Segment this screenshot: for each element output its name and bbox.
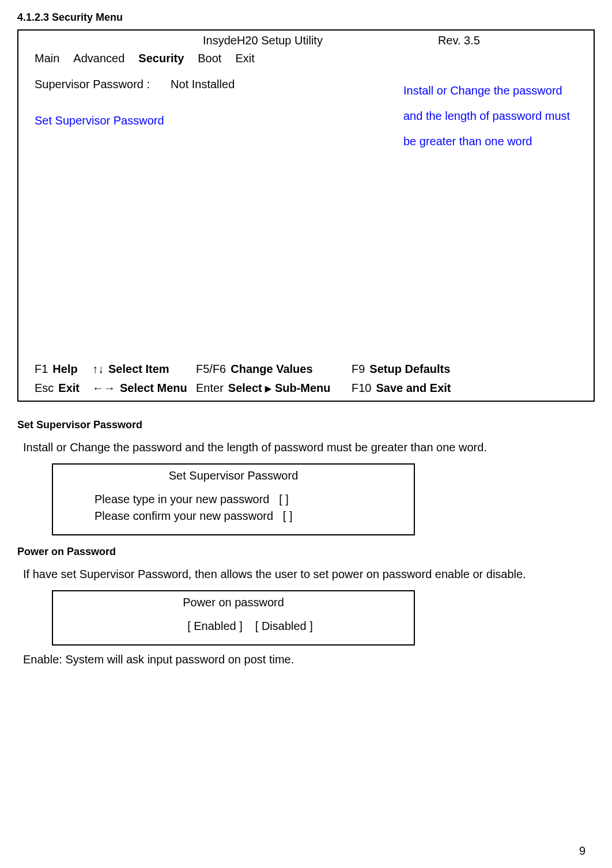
footer-save-and-exit: F10 Save and Exit	[352, 382, 484, 395]
confirm-password-input[interactable]: [ ]	[283, 510, 308, 523]
dialog-title: Power on password	[61, 596, 406, 609]
confirm-password-label: Please confirm your new password	[95, 510, 273, 522]
bios-revision: Rev. 3.5	[438, 34, 480, 47]
text-set-supervisor-description: Install or Change the password and the l…	[23, 439, 595, 455]
footer-setup-defaults: F9 Setup Defaults	[352, 363, 484, 376]
text-power-on-description: If have set Supervisor Password, then al…	[23, 566, 595, 582]
footer-change-values: F5/F6 Change Values	[196, 363, 352, 376]
tab-main[interactable]: Main	[35, 52, 59, 65]
tab-boot[interactable]: Boot	[198, 52, 221, 65]
new-password-row: Please type in your new password [ ]	[61, 493, 406, 506]
bios-title: InsydeH20 Setup Utility	[203, 34, 323, 47]
bios-help-text: Install or Change the password and the l…	[403, 78, 582, 351]
set-supervisor-password-item[interactable]: Set Supervisor Password	[35, 114, 403, 127]
dialog-power-on-password: Power on password [ Enabled ] [ Disabled…	[52, 590, 415, 646]
bios-tabs: Main Advanced Security Boot Exit	[18, 47, 594, 71]
footer-select-submenu: Enter Select ▶ Sub-Menu	[196, 382, 352, 395]
section-number: 4.1.2.3 Security Menu	[17, 12, 595, 24]
page-number: 9	[579, 844, 585, 858]
heading-set-supervisor-password: Set Supervisor Password	[17, 419, 595, 431]
dialog-title: Set Supervisor Password	[61, 469, 406, 482]
dialog-set-supervisor-password: Set Supervisor Password Please type in y…	[52, 463, 415, 535]
supervisor-password-value: Not Installed	[171, 78, 235, 91]
tab-advanced[interactable]: Advanced	[73, 52, 124, 65]
footer-help: F1 Help	[35, 363, 92, 376]
tab-security[interactable]: Security	[138, 52, 184, 65]
new-password-input[interactable]: [ ]	[279, 493, 304, 506]
tab-exit[interactable]: Exit	[235, 52, 254, 65]
footer-exit: Esc Exit	[35, 382, 92, 395]
text-power-on-note: Enable: System will ask input password o…	[23, 651, 595, 667]
new-password-label: Please type in your new password	[95, 493, 270, 505]
supervisor-password-label: Supervisor Password :	[35, 78, 166, 91]
footer-select-item: ↑↓ Select Item	[92, 363, 196, 376]
option-disabled[interactable]: [ Disabled ]	[255, 620, 313, 633]
bios-footer: F1 Help ↑↓ Select Item F5/F6 Change Valu…	[18, 357, 594, 401]
footer-select-menu: ←→ Select Menu	[92, 382, 196, 395]
option-enabled[interactable]: [ Enabled ]	[187, 620, 243, 633]
confirm-password-row: Please confirm your new password [ ]	[61, 510, 406, 523]
heading-power-on-password: Power on Password	[17, 546, 595, 558]
bios-window: InsydeH20 Setup Utility Rev. 3.5 Main Ad…	[17, 29, 595, 402]
triangle-right-icon: ▶	[265, 384, 271, 393]
